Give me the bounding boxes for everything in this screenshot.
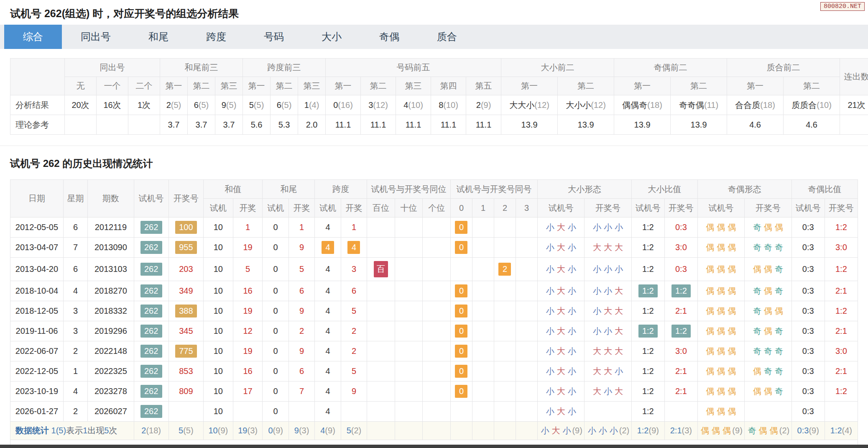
cell: 偶偶偶: [697, 361, 744, 381]
cell: 2013-04-20: [10, 258, 64, 281]
cell: [494, 281, 516, 301]
cell: 955: [168, 238, 203, 258]
highlight-value: 2:1: [835, 366, 847, 376]
col-header: 第一: [326, 77, 361, 95]
cell: 5.3: [271, 115, 298, 135]
col-header: 百位: [367, 199, 395, 218]
col-header: 第二: [784, 77, 840, 95]
col-header: 第二: [558, 77, 614, 95]
cell: 2022325: [88, 361, 134, 381]
cell: [395, 341, 423, 361]
cell: [233, 402, 263, 422]
stat-value: 10: [208, 426, 217, 435]
cell: [494, 381, 516, 402]
highlight-value: 1:2: [835, 264, 847, 274]
cell: 大大大: [585, 238, 631, 258]
cell: 奇偶偶: [745, 218, 791, 238]
cell: 0: [263, 281, 288, 301]
cell: 19: [233, 341, 263, 361]
cell: 262: [134, 361, 168, 381]
value-badge: 1:2: [638, 284, 658, 297]
text-segment: 数据统计: [15, 426, 51, 435]
cell: 0:3: [791, 218, 825, 238]
highlight-value: 3:0: [835, 243, 847, 252]
tab-kuadu[interactable]: 跨度: [187, 25, 245, 49]
cell: 1:2: [631, 238, 664, 258]
count-paren: (3): [247, 426, 257, 435]
cell: [367, 238, 395, 258]
cell: 3:0: [664, 238, 697, 258]
cell: [516, 402, 537, 422]
cell: 大大大: [585, 341, 631, 361]
cell: 4.6: [784, 115, 840, 135]
tab-hewei[interactable]: 和尾: [130, 25, 187, 49]
pattern-text: 偶奇奇: [752, 366, 784, 376]
cell: 1(4): [298, 95, 326, 115]
cell: [423, 422, 451, 440]
cell: [288, 402, 314, 422]
highlight-value: 2:1: [675, 306, 687, 315]
cell: 偶偶偶: [697, 341, 744, 361]
cell: 5: [233, 258, 263, 281]
cell: 20次: [65, 95, 97, 115]
cell: 3: [341, 258, 367, 281]
tab-zonghe[interactable]: 综合: [4, 25, 62, 49]
cell: [395, 281, 423, 301]
highlight-value: 9: [352, 387, 356, 396]
group-header: 号码前五: [326, 59, 501, 77]
count-paren: (5): [171, 100, 181, 110]
cell: [423, 321, 451, 341]
cell: 2: [341, 341, 367, 361]
cell: 10: [203, 281, 233, 301]
cell: 小小小: [585, 258, 631, 281]
cell: [367, 361, 395, 381]
cell: [367, 218, 395, 238]
tab-daxiao[interactable]: 大小: [303, 25, 360, 49]
cell: 4(9): [315, 422, 341, 440]
cell: [423, 361, 451, 381]
cell: 10: [203, 258, 233, 281]
cell: [494, 402, 516, 422]
cell: 10: [203, 218, 233, 238]
highlight-value: 345: [179, 326, 193, 335]
analysis-row: 理论参考3.73.73.75.65.32.011.111.111.111.111…: [10, 115, 868, 135]
pattern-text: 大大大: [592, 243, 624, 252]
cell: 100: [168, 218, 203, 238]
cell: 偶偶偶: [697, 281, 744, 301]
tab-jiou[interactable]: 奇偶: [360, 25, 418, 49]
cell: 小大小: [538, 402, 585, 422]
tab-zhihe[interactable]: 质合: [418, 25, 476, 49]
cell: 2023278: [88, 381, 134, 402]
tab-haoma[interactable]: 号码: [245, 25, 303, 49]
col-header: 0: [450, 199, 472, 218]
highlight-value: 2:1: [675, 366, 687, 376]
cell: 小大小: [538, 341, 585, 361]
count-paren: (12): [373, 100, 388, 110]
cell: 3.7: [188, 115, 215, 135]
cell: 2: [494, 258, 516, 281]
value-badge: 262: [140, 345, 162, 358]
stat-value: 5: [179, 426, 183, 435]
value-badge: 0: [455, 241, 467, 254]
cell: 奇奇奇: [745, 341, 791, 361]
tab-tongchuhao[interactable]: 同出号: [62, 25, 130, 49]
cell: 10: [203, 321, 233, 341]
pattern-text: 小小小: [592, 223, 624, 232]
cell: 262: [134, 321, 168, 341]
col-header: 星期: [63, 180, 87, 218]
history-row: 2013-04-20620131032622031050543百2小大小小小小1…: [10, 258, 858, 281]
count-paren: (5): [281, 100, 291, 110]
highlight-value: 1: [245, 223, 250, 232]
group-header: 跨度前三: [243, 59, 326, 77]
cell: 2013-04-07: [10, 238, 64, 258]
count-paren: (9): [325, 426, 335, 435]
cell: 6: [63, 258, 87, 281]
col-header: 试机号: [697, 199, 744, 218]
pattern-text: 奇偶偶: [752, 306, 784, 315]
text-segment: 出现: [87, 426, 104, 435]
cell: 1次: [128, 95, 160, 115]
cell: 1:2: [631, 341, 664, 361]
highlight-value: 3:0: [675, 346, 687, 356]
pattern-text: 奇奇奇: [752, 346, 784, 356]
cell: 2:1: [825, 321, 858, 341]
